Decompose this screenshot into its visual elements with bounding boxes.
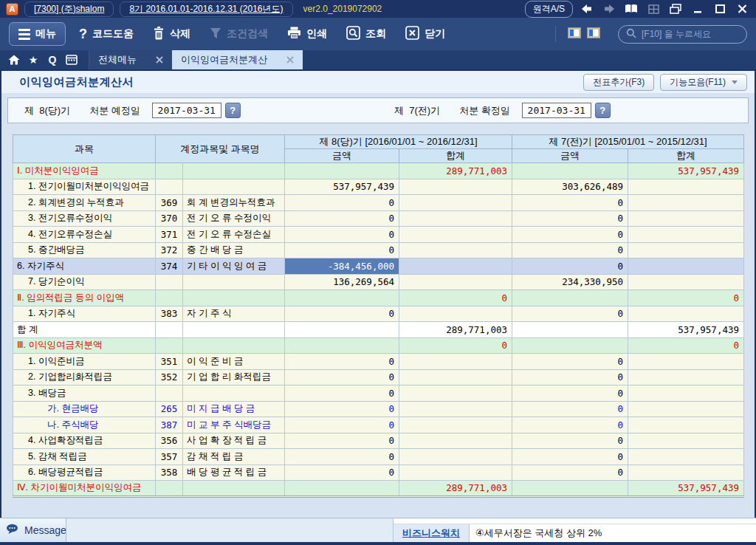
cell-amount-prior[interactable] <box>512 322 628 338</box>
cell-total-current[interactable]: 289,771,003 <box>399 481 512 497</box>
cell-total-current[interactable] <box>399 306 512 322</box>
cell-account-name[interactable] <box>183 385 285 402</box>
close-window-icon[interactable] <box>734 2 750 16</box>
cell-amount-current[interactable]: 0 <box>285 210 399 227</box>
cell-account-name[interactable]: 중 간 배 당 금 <box>183 242 285 258</box>
cell-account-name[interactable]: 이 익 준 비 금 <box>183 354 285 370</box>
company-field[interactable]: [7300] (주)shalom <box>24 1 114 17</box>
cell-code[interactable] <box>156 290 183 306</box>
cell-account-name[interactable] <box>183 274 285 290</box>
cell-total-current[interactable] <box>399 401 512 417</box>
cell-amount-current[interactable]: 0 <box>285 242 399 258</box>
quick-menu-icon[interactable]: Q <box>43 50 62 69</box>
cell-amount-prior[interactable]: 0 <box>512 433 628 449</box>
cell-total-prior[interactable] <box>628 385 744 402</box>
cell-account-name[interactable]: 회 계 변경의누적효과 <box>183 195 285 211</box>
planned-date-input[interactable]: 2017-03-31 <box>152 103 221 118</box>
cell-amount-prior[interactable]: 0 <box>512 195 628 211</box>
cell-total-prior[interactable] <box>628 417 744 433</box>
cell-amount-current[interactable]: 0 <box>285 195 399 211</box>
cell-account-name[interactable] <box>183 163 285 179</box>
cell-amount-current[interactable] <box>285 322 399 338</box>
cell-amount-prior[interactable] <box>512 163 628 179</box>
cell-total-current[interactable] <box>399 227 512 243</box>
cell-total-current[interactable] <box>399 449 512 465</box>
cell-total-current[interactable] <box>399 195 512 211</box>
cell-amount-current[interactable]: -384,456,000 <box>285 258 399 275</box>
maximize-icon[interactable] <box>712 2 728 16</box>
cell-account-name[interactable]: 자 기 주 식 <box>183 306 285 322</box>
cell-total-prior[interactable]: 537,957,439 <box>628 481 744 497</box>
cell-amount-current[interactable]: 537,957,439 <box>285 179 399 195</box>
cell-account-name[interactable]: 미 지 급 배 당 금 <box>183 401 285 417</box>
cell-subject[interactable]: 합 계 <box>13 322 156 338</box>
cell-account-name[interactable]: 사 업 확 장 적 립 금 <box>183 433 285 449</box>
cell-total-current[interactable]: 0 <box>399 290 512 306</box>
cell-amount-prior[interactable]: 303,626,489 <box>512 179 628 195</box>
home-icon[interactable] <box>4 50 24 69</box>
cell-total-current[interactable] <box>399 242 512 258</box>
cell-total-current[interactable] <box>399 433 512 449</box>
remote-as-button[interactable]: 원격A/S <box>525 1 573 18</box>
cell-account-name[interactable]: 전 기 오 류 수정손실 <box>183 227 285 243</box>
cell-code[interactable]: 352 <box>156 369 183 385</box>
cell-subject[interactable]: 2. 기업합리화적립금 <box>13 369 156 385</box>
cell-total-current[interactable] <box>399 179 512 195</box>
cell-code[interactable] <box>156 163 183 179</box>
cell-amount-prior[interactable]: 0 <box>512 385 628 402</box>
cell-code[interactable] <box>156 179 183 195</box>
cell-code[interactable]: 265 <box>156 401 183 417</box>
tab-all-menu[interactable]: 전체메뉴 <box>89 50 172 69</box>
cell-total-prior[interactable] <box>628 258 744 275</box>
cell-code[interactable]: 369 <box>156 195 183 211</box>
cell-total-current[interactable] <box>399 354 512 370</box>
cell-total-prior[interactable]: 537,957,439 <box>628 163 744 179</box>
date-help-button[interactable]: ? <box>225 103 241 118</box>
cell-code[interactable]: 371 <box>156 227 183 243</box>
confirmed-date-input[interactable]: 2017-03-31 <box>522 103 591 118</box>
cell-code[interactable]: 374 <box>156 258 183 275</box>
cell-total-current[interactable] <box>399 385 512 402</box>
cell-account-name[interactable]: 배 당 평 균 적 립 금 <box>183 465 285 481</box>
cell-subject[interactable]: 3. 배당금 <box>13 385 156 402</box>
cell-code[interactable]: 387 <box>156 417 183 433</box>
code-help-button[interactable]: ? 코드도움 <box>73 23 140 46</box>
cell-amount-current[interactable] <box>285 337 399 354</box>
panel-layout-icon-2[interactable] <box>587 27 600 41</box>
cell-subject[interactable]: 5. 중간배당금 <box>13 242 156 258</box>
cell-amount-current[interactable]: 0 <box>285 449 399 465</box>
forward-arrow-icon[interactable] <box>601 2 617 16</box>
cell-total-current[interactable] <box>399 465 512 481</box>
cell-total-prior[interactable] <box>628 274 744 290</box>
tab-close-icon[interactable] <box>156 56 163 64</box>
panel-layout-icon-1[interactable] <box>568 27 581 41</box>
close-screen-button[interactable]: 닫기 <box>399 22 451 46</box>
cell-subject[interactable]: 1. 이익준비금 <box>13 354 156 370</box>
cell-total-prior[interactable] <box>628 449 744 465</box>
tab-retained-earnings[interactable]: 이익잉여금처분계산 <box>172 50 303 69</box>
cell-account-name[interactable]: 기 업 합 리 화적립금 <box>183 369 285 385</box>
cell-amount-current[interactable]: 0 <box>285 417 399 433</box>
cell-amount-prior[interactable]: 0 <box>512 227 628 243</box>
cell-subject[interactable]: 4. 사업확장적립금 <box>13 433 156 449</box>
cell-amount-prior[interactable]: 0 <box>512 242 628 258</box>
cell-total-prior[interactable] <box>628 465 744 481</box>
cell-code[interactable]: 351 <box>156 354 183 370</box>
cell-subject[interactable]: 1. 전기이월미처분이익잉여금 <box>13 179 156 195</box>
cell-total-prior[interactable]: 0 <box>628 290 744 306</box>
cell-total-prior[interactable] <box>628 354 744 370</box>
cell-total-prior[interactable]: 537,957,439 <box>628 322 744 338</box>
cell-total-current[interactable] <box>399 417 512 433</box>
cell-total-prior[interactable] <box>628 433 744 449</box>
cell-amount-prior[interactable]: 0 <box>512 369 628 385</box>
calendar-icon[interactable] <box>62 50 81 69</box>
cell-total-prior[interactable] <box>628 242 744 258</box>
cell-amount-current[interactable] <box>285 163 399 179</box>
cell-account-name[interactable]: 기 타 이 익 잉 여 금 <box>183 258 285 275</box>
delete-button[interactable]: 삭제 <box>147 23 196 46</box>
cell-total-current[interactable] <box>399 258 512 275</box>
cell-subject[interactable]: 7. 당기순이익 <box>13 274 156 290</box>
cell-subject[interactable]: Ⅱ. 임의적립금 등의 이입액 <box>13 290 156 306</box>
favorites-star-icon[interactable]: ★ <box>24 50 43 69</box>
cell-amount-prior[interactable]: 0 <box>512 210 628 227</box>
